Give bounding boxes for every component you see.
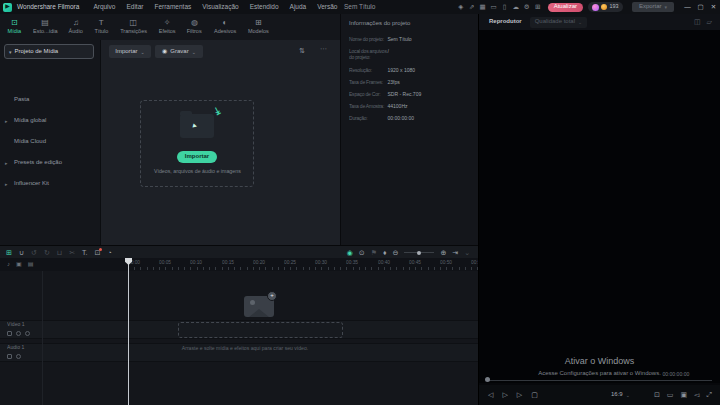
clip-icon: ▸ <box>192 121 198 131</box>
sidebar-item-media-cloud[interactable]: Mídia Cloud <box>0 136 100 148</box>
sidebar-item-global-media[interactable]: ▸ Mídia global <box>0 115 100 127</box>
voiceover-mic-icon[interactable]: ♦ <box>383 249 387 256</box>
player-controls: ◁ ▷ ▷ ▢ 16:9 ⌄ ⊡ ▭ ▣ ◅ ⤢ <box>479 385 720 405</box>
camera-box-icon[interactable]: ▣ <box>16 261 22 268</box>
apps-grid-icon[interactable]: ⊞ <box>534 3 542 11</box>
import-folder-icon: ⤓ ▸ <box>180 114 214 138</box>
sort-icon[interactable]: ⇅ <box>299 47 305 55</box>
split-scissors-icon[interactable]: ✂ <box>69 249 75 256</box>
track-area[interactable]: Vídeo 1 Áudio 1 + Arraste e solte mídia … <box>0 271 478 405</box>
marker-icon[interactable]: ⚑ <box>371 249 377 256</box>
playhead-line[interactable] <box>128 258 129 405</box>
tab-transitions[interactable]: ◫ Transições <box>114 19 153 35</box>
crop-icon[interactable]: ⊡ <box>95 249 101 256</box>
keyboard-icon[interactable]: ▦ <box>479 3 487 11</box>
compare-view-icon[interactable]: ◫ <box>694 18 701 26</box>
track-mute-icon[interactable] <box>16 354 21 359</box>
sidebar-item-project-media[interactable]: ▾ Projeto de Mídia <box>4 44 94 59</box>
tab-audio[interactable]: ♫ Áudio <box>63 19 88 35</box>
track-mute-icon[interactable] <box>25 331 30 336</box>
sidebar-item-edit-presets[interactable]: ▸ Presets de edição <box>0 157 100 169</box>
sidebar-item-folder[interactable]: Pasta <box>0 94 100 106</box>
aspect-ratio-dropdown[interactable]: 16:9 ⌄ <box>611 391 630 398</box>
tab-filters[interactable]: ◍ Filtros <box>181 19 207 35</box>
laptop-icon[interactable]: ▭ <box>490 3 498 11</box>
music-note-icon[interactable]: ♪ <box>7 261 10 268</box>
player-title: Reprodutor <box>489 18 522 25</box>
ruler-label: 00:55 <box>471 260 478 266</box>
tab-templates[interactable]: ⊞ Modelos <box>242 19 275 35</box>
snapshot-icon[interactable]: ▣ <box>680 391 687 399</box>
tab-effects[interactable]: ✧ Efeitos <box>153 19 181 35</box>
maximize-button[interactable]: ▢ <box>694 3 707 11</box>
timeline-zoom-slider[interactable] <box>404 252 434 253</box>
more-options-icon[interactable]: ⋯ <box>320 45 327 53</box>
zoom-in-icon[interactable]: ⊕ <box>440 249 446 256</box>
track-layout-icon[interactable]: ⊞ <box>6 249 12 256</box>
fit-timeline-icon[interactable]: ⇥ <box>452 249 458 256</box>
menu-arquivo[interactable]: Arquivo <box>93 3 115 11</box>
ruler-label: 00:30 <box>315 260 327 266</box>
record-dropdown-button[interactable]: ◉ Gravar ⌄ <box>155 45 203 58</box>
account-pill[interactable]: 193 <box>588 2 623 12</box>
timeline-ruler[interactable]: ♪ ▣ ▤ 00:00 00:05 00:10 00:15 00:20 00:2… <box>0 258 478 271</box>
text-tool-icon[interactable]: T. <box>82 249 87 256</box>
phone-link-icon[interactable]: ▯ <box>501 3 509 11</box>
cloud-icon[interactable]: ☁ <box>512 3 520 11</box>
redo-icon[interactable]: ↻ <box>44 249 50 256</box>
fullscreen-icon[interactable]: ⤢ <box>706 391 712 399</box>
speed-icon[interactable]: ◔ <box>107 249 111 256</box>
snap-magnet-icon[interactable]: ∪ <box>19 249 24 256</box>
undo-icon[interactable]: ↺ <box>31 249 37 256</box>
minimize-button[interactable]: — <box>681 3 694 11</box>
import-dropzone[interactable]: ⤓ ▸ Importar Vídeos, arquivos de áudio e… <box>140 100 254 187</box>
stop-icon[interactable]: ▢ <box>531 391 538 399</box>
track-lock-icon[interactable] <box>7 331 12 336</box>
detach-window-icon[interactable]: ▱ <box>707 18 712 26</box>
import-dropdown-button[interactable]: Importar ⌄ <box>109 45 151 58</box>
share-icon[interactable]: ⇗ <box>468 3 476 11</box>
quality-dropdown[interactable]: Qualidade total ⌄ <box>530 17 588 28</box>
preview-viewport[interactable] <box>479 30 720 383</box>
tab-media[interactable]: ⊡ Mídia <box>2 19 27 35</box>
delete-icon[interactable]: ⊔ <box>57 249 62 256</box>
sheet-box-icon[interactable]: ▤ <box>28 261 34 268</box>
mark-in-out-icon[interactable]: ⊡ <box>654 391 660 399</box>
menu-visualizacao[interactable]: Visualização <box>202 3 238 11</box>
track-hide-icon[interactable] <box>16 331 21 336</box>
app-name: Wondershare Filmora <box>17 3 79 11</box>
track-lock-icon[interactable] <box>7 354 12 359</box>
tab-stickers[interactable]: ◐ Adesivos <box>208 19 242 35</box>
zoom-slider-thumb[interactable] <box>417 251 421 255</box>
import-button[interactable]: Importar <box>177 151 217 163</box>
info-row-resolution: Resolução: 1920 x 1080 <box>349 67 480 74</box>
menu-ferramentas[interactable]: Ferramentas <box>154 3 191 11</box>
panel-chevron-icon[interactable]: ⌄ <box>464 249 470 256</box>
menu-editar[interactable]: Editar <box>126 3 143 11</box>
volume-icon[interactable]: ◅ <box>694 391 699 399</box>
menu-versao[interactable]: Versão <box>317 3 337 11</box>
keyframe-icon[interactable]: ⊙ <box>359 249 365 256</box>
user-avatar[interactable] <box>592 4 599 11</box>
menu-estendido[interactable]: Estendido <box>250 3 279 11</box>
next-frame-icon[interactable]: ▷ <box>517 391 522 399</box>
render-preview-icon[interactable]: ◉ <box>347 249 353 256</box>
zoom-out-icon[interactable]: ⊖ <box>393 249 399 256</box>
update-button[interactable]: Atualizar <box>548 3 583 12</box>
menu-ajuda[interactable]: Ajuda <box>290 3 307 11</box>
ruler-ticks <box>128 267 478 270</box>
tab-title[interactable]: T Título <box>89 19 114 35</box>
timeline-dropzone[interactable] <box>178 322 343 338</box>
settings-gear-icon[interactable]: ⚙ <box>523 3 531 11</box>
play-icon[interactable]: ▷ <box>502 391 507 399</box>
tab-stock-media[interactable]: ▤ Esto...ídia <box>27 19 64 35</box>
audio-track-label: Áudio 1 <box>7 345 24 351</box>
previous-frame-icon[interactable]: ◁ <box>488 391 493 399</box>
display-device-icon[interactable]: ▭ <box>667 391 674 399</box>
close-button[interactable]: ✕ <box>707 3 720 11</box>
sidebar-item-influencer-kit[interactable]: ▸ Influencer Kit <box>0 178 100 190</box>
seek-handle[interactable] <box>485 377 490 382</box>
assistant-icon[interactable]: ◈ <box>457 3 465 11</box>
seek-bar[interactable] <box>487 380 712 381</box>
export-button[interactable]: Exportar ▾ <box>632 2 674 12</box>
